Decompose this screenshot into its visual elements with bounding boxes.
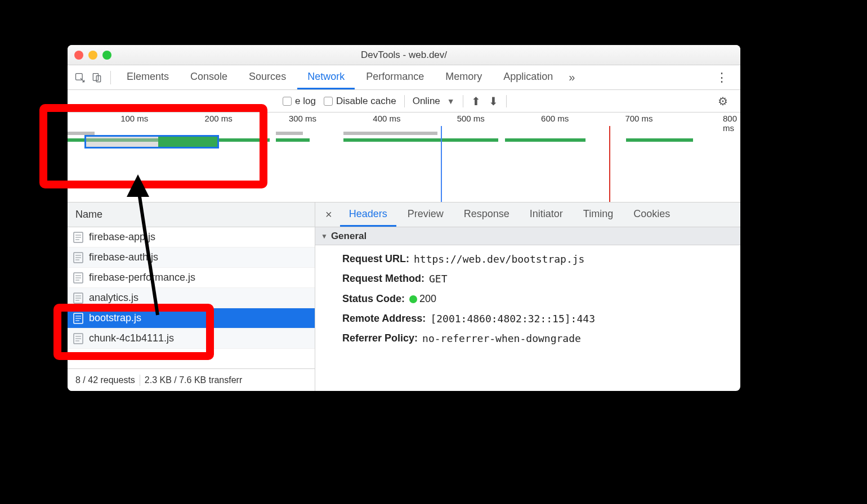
request-name: bootstrap.js — [89, 312, 141, 324]
request-detail-panel: × Headers Preview Response Initiator Tim… — [315, 202, 740, 391]
header-key: Remote Address: — [342, 313, 426, 325]
detail-tabs: × Headers Preview Response Initiator Tim… — [315, 202, 740, 227]
request-name: firebase-app.js — [89, 231, 155, 243]
header-request-method: Request Method: GET — [342, 273, 731, 285]
headers-body: Request URL: https://web.dev/bootstrap.j… — [315, 245, 740, 352]
disable-cache-toggle[interactable]: Disable cache — [324, 96, 396, 107]
file-icon — [73, 292, 83, 304]
request-name: analytics.js — [89, 292, 138, 304]
device-toggle-icon[interactable] — [89, 70, 105, 86]
ruler-tick: 700 ms — [625, 114, 656, 123]
load-event-marker — [609, 126, 610, 202]
detail-tab-cookies[interactable]: Cookies — [624, 202, 679, 227]
file-icon — [73, 272, 83, 284]
network-overview[interactable]: 100 ms 200 ms 300 ms 400 ms 500 ms 600 m… — [68, 112, 740, 202]
ruler-tick: 500 ms — [457, 114, 488, 123]
ruler-tick: 200 ms — [205, 114, 236, 123]
request-name: chunk-4c1b4111.js — [89, 332, 174, 344]
file-icon — [73, 313, 83, 324]
header-key: Request URL: — [342, 253, 409, 265]
file-icon — [73, 232, 83, 243]
traffic-lights — [74, 51, 111, 60]
header-remote-address: Remote Address: [2001:4860:4802:32::15]:… — [342, 313, 731, 325]
header-value: [2001:4860:4802:32::15]:443 — [430, 313, 595, 325]
request-rows: firebase-app.js firebase-auth.js firebas… — [68, 227, 315, 368]
header-referrer-policy: Referrer Policy: no-referrer-when-downgr… — [342, 332, 731, 344]
throttling-select[interactable]: Online ▼ — [413, 96, 455, 107]
header-request-url: Request URL: https://web.dev/bootstrap.j… — [342, 253, 731, 265]
menu-kebab-icon[interactable]: ⋮ — [708, 70, 736, 85]
minimize-window-button[interactable] — [88, 51, 97, 60]
request-row[interactable]: firebase-performance.js — [68, 268, 315, 288]
detail-tab-initiator[interactable]: Initiator — [521, 202, 572, 227]
detail-tab-timing[interactable]: Timing — [574, 202, 622, 227]
section-title: General — [331, 231, 367, 242]
status-bar: 8 / 42 requests 2.3 KB / 7.6 KB transfer… — [68, 368, 315, 391]
header-key: Status Code: — [342, 293, 405, 305]
throttling-value: Online — [413, 96, 440, 107]
column-header-name[interactable]: Name — [68, 202, 315, 227]
chevron-down-icon: ▼ — [447, 97, 455, 106]
more-tabs-icon[interactable]: » — [564, 71, 579, 84]
tab-application[interactable]: Application — [493, 65, 563, 89]
request-row[interactable]: firebase-app.js — [68, 227, 315, 248]
close-window-button[interactable] — [74, 51, 83, 60]
ruler-tick: 100 ms — [120, 114, 151, 123]
svg-rect-1 — [93, 73, 98, 80]
request-name: firebase-performance.js — [89, 272, 195, 284]
preserve-log-toggle[interactable]: e log — [283, 96, 316, 107]
header-value: 200 — [409, 292, 436, 305]
header-key: Request Method: — [342, 273, 424, 285]
request-row-selected[interactable]: bootstrap.js — [68, 308, 315, 328]
tab-elements[interactable]: Elements — [117, 65, 179, 89]
detail-tab-preview[interactable]: Preview — [399, 202, 453, 227]
tab-network[interactable]: Network — [297, 65, 355, 89]
request-row[interactable]: chunk-4c1b4111.js — [68, 328, 315, 349]
file-icon — [73, 333, 83, 344]
status-code-text: 200 — [419, 293, 436, 304]
download-har-icon[interactable]: ⬇ — [489, 94, 498, 108]
header-status-code: Status Code: 200 — [342, 292, 731, 305]
header-key: Referrer Policy: — [342, 332, 418, 344]
preserve-log-label: e log — [295, 96, 316, 107]
request-row[interactable]: firebase-auth.js — [68, 248, 315, 268]
network-toolbar: e log Disable cache Online ▼ ⬆ ⬇ ⚙ — [68, 90, 740, 112]
upload-har-icon[interactable]: ⬆ — [471, 94, 481, 108]
window-title: DevTools - web.dev/ — [68, 50, 740, 61]
request-row[interactable]: analytics.js — [68, 288, 315, 308]
devtools-window: DevTools - web.dev/ Elements Console Sou… — [68, 45, 740, 391]
ruler-tick: 400 ms — [373, 114, 404, 123]
timeline-selection[interactable] — [84, 135, 219, 148]
separator — [506, 95, 507, 107]
dom-content-loaded-marker — [441, 126, 442, 202]
separator — [110, 71, 111, 84]
main-tabs: Elements Console Sources Network Perform… — [68, 65, 740, 90]
tab-console[interactable]: Console — [180, 65, 238, 89]
tab-memory[interactable]: Memory — [435, 65, 492, 89]
close-detail-icon[interactable]: × — [320, 208, 338, 221]
ruler-tick: 600 ms — [541, 114, 572, 123]
file-icon — [73, 252, 83, 263]
status-dot-icon — [409, 295, 417, 303]
request-name: firebase-auth.js — [89, 251, 158, 263]
tab-performance[interactable]: Performance — [356, 65, 434, 89]
separator — [463, 95, 463, 107]
section-general[interactable]: ▼ General — [315, 227, 740, 245]
ruler-tick: 300 ms — [289, 114, 320, 123]
inspect-icon[interactable] — [72, 70, 88, 86]
settings-gear-icon[interactable]: ⚙ — [718, 94, 736, 108]
timeline-ruler: 100 ms 200 ms 300 ms 400 ms 500 ms 600 m… — [68, 112, 740, 126]
detail-tab-response[interactable]: Response — [455, 202, 519, 227]
maximize-window-button[interactable] — [102, 51, 111, 60]
checkbox-icon — [283, 97, 292, 106]
disclosure-triangle-icon: ▼ — [321, 232, 328, 240]
network-split: Name firebase-app.js firebase-auth.js fi… — [68, 202, 740, 391]
header-value: GET — [429, 273, 448, 285]
status-requests: 8 / 42 requests — [75, 375, 135, 385]
disable-cache-label: Disable cache — [336, 96, 396, 107]
header-value: no-referrer-when-downgrade — [422, 332, 581, 344]
header-value: https://web.dev/bootstrap.js — [414, 253, 584, 265]
detail-tab-headers[interactable]: Headers — [340, 202, 396, 227]
separator — [404, 95, 405, 107]
tab-sources[interactable]: Sources — [239, 65, 296, 89]
